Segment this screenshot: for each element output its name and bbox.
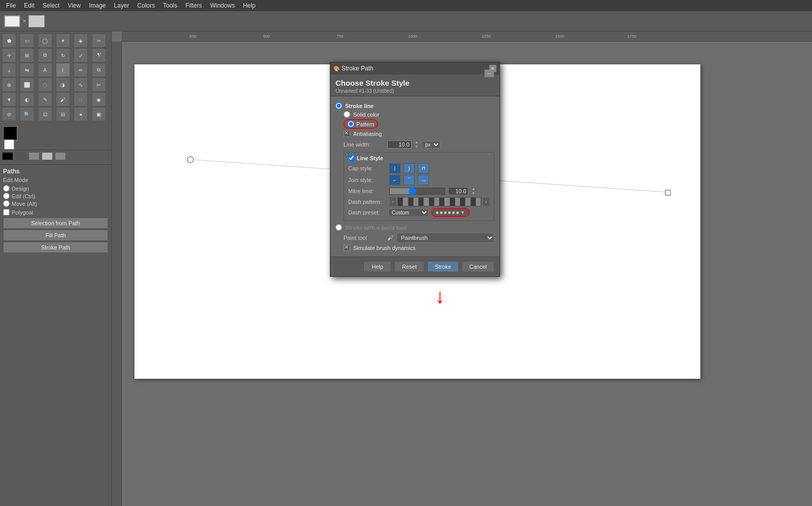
tool-bucket[interactable]: ▼ [2, 92, 16, 106]
line-style-checkbox[interactable] [348, 155, 355, 161]
dialog-titlebar[interactable]: 🎨 Stroke Path ✕ [330, 62, 499, 75]
cap-square-btn[interactable]: ⊓ [418, 163, 429, 173]
tool-path[interactable]: ⌇ [56, 63, 70, 77]
tool-heal[interactable]: ⊕ [2, 78, 16, 92]
mode-swatch-3[interactable] [28, 152, 40, 160]
menu-file[interactable]: File [2, 1, 20, 10]
tool-blur[interactable]: ◌ [38, 78, 52, 92]
tool-move[interactable]: ✛ [2, 48, 16, 62]
tool-free-select[interactable]: ⬟ [2, 33, 16, 48]
tool-fuzzy-select[interactable]: ✦ [56, 33, 70, 48]
toolbar-swatch-gray[interactable] [28, 15, 45, 27]
tool-text[interactable]: A [38, 63, 52, 77]
tool-perspective[interactable]: ⟁ [2, 63, 16, 77]
join-miter-btn[interactable]: ⌐ [389, 175, 400, 185]
menu-edit[interactable]: Edit [20, 1, 39, 10]
menu-view[interactable]: View [63, 1, 85, 10]
help-btn[interactable]: Help [363, 261, 391, 272]
toolbar-swatch-white[interactable] [4, 15, 20, 27]
tool-clone[interactable]: ⧉ [92, 63, 106, 77]
tool-ink[interactable]: ◉ [92, 92, 106, 106]
dash-preset-dots[interactable]: ▼ [431, 208, 470, 217]
dash-cell-12[interactable] [460, 198, 465, 206]
menu-colors[interactable]: Colors [133, 1, 159, 10]
stroke-paint-radio[interactable] [335, 224, 342, 231]
stroke-path-btn[interactable]: Stroke Path [3, 242, 108, 253]
mitre-down-arrow[interactable]: ▼ [471, 191, 476, 196]
dialog-close-btn[interactable]: ✕ [489, 65, 496, 72]
solid-color-radio[interactable] [344, 111, 350, 118]
dash-scroll-left-btn[interactable]: ‹ [389, 197, 396, 206]
tool-pencil[interactable]: ✏ [74, 63, 88, 77]
menu-windows[interactable]: Windows [206, 1, 239, 10]
fill-path-btn[interactable]: Fill Path [3, 230, 108, 241]
cap-butt-btn[interactable]: | [389, 163, 400, 173]
tool-pencil2[interactable]: ✎ [38, 92, 52, 106]
dash-cell-6[interactable] [429, 198, 434, 206]
dash-cell-10[interactable] [450, 198, 455, 206]
paint-tool-select[interactable]: Paintbrush [396, 233, 494, 243]
dash-cell-0[interactable] [398, 198, 403, 206]
mitre-limit-value[interactable] [448, 187, 468, 195]
selection-from-path-btn[interactable]: Selection from Path [3, 218, 108, 229]
tool-ellipse-select[interactable]: ◯ [38, 33, 52, 48]
radio-design[interactable] [3, 185, 10, 192]
dash-cell-15[interactable] [476, 198, 481, 206]
pattern-radio[interactable] [348, 121, 354, 127]
dash-preset-select[interactable]: Custom [388, 208, 429, 217]
line-width-down-arrow[interactable]: ▼ [415, 144, 419, 149]
dash-cell-5[interactable] [424, 198, 429, 206]
tool-crop[interactable]: ⧉ [38, 48, 52, 62]
join-round-btn[interactable]: ⌒ [403, 175, 415, 185]
dash-cell-7[interactable] [434, 198, 439, 206]
tool-rotate[interactable]: ↻ [56, 48, 70, 62]
reset-btn[interactable]: Reset [394, 261, 424, 272]
preset-dropdown-arrow[interactable]: ▼ [460, 210, 465, 215]
simulate-checkbox[interactable] [344, 244, 350, 251]
tool-extra4[interactable]: ▣ [92, 107, 106, 121]
foreground-color[interactable] [3, 126, 17, 140]
tool-rect-select[interactable]: ▭ [20, 33, 34, 48]
tool-color-picker[interactable]: ⊘ [2, 107, 16, 121]
dash-cell-3[interactable] [414, 198, 419, 206]
dash-cell-1[interactable] [403, 198, 408, 206]
tool-extra1[interactable]: ⊡ [38, 107, 52, 121]
line-width-up-arrow[interactable]: ▲ [415, 140, 419, 144]
polygoal-checkbox[interactable] [3, 209, 10, 215]
tool-smudge[interactable]: ∿ [74, 78, 88, 92]
menu-select[interactable]: Select [39, 1, 63, 10]
line-width-input[interactable] [387, 140, 412, 149]
tool-erase[interactable]: ⬜ [20, 78, 34, 92]
join-bevel-btn[interactable]: ⌓ [418, 175, 429, 185]
dash-cell-14[interactable] [471, 198, 476, 206]
tool-zoom[interactable]: 🔍 [20, 107, 34, 121]
tool-dodge[interactable]: ◑ [56, 78, 70, 92]
cap-round-btn[interactable]: ) [403, 163, 415, 173]
mode-swatch-1[interactable] [2, 152, 13, 160]
tool-scale[interactable]: ⤢ [74, 48, 88, 62]
tool-extra3[interactable]: ● [74, 107, 88, 121]
mitre-up-arrow[interactable]: ▲ [471, 187, 476, 191]
stroke-line-radio[interactable] [335, 102, 342, 109]
dash-cell-4[interactable] [419, 198, 424, 206]
radio-edit[interactable] [3, 193, 10, 199]
dash-cell-11[interactable] [455, 198, 460, 206]
cancel-btn[interactable]: Cancel [462, 261, 494, 272]
tool-airbrush[interactable]: ∷ [74, 92, 88, 106]
radio-move[interactable] [3, 200, 10, 207]
tool-iscissors[interactable]: ✂ [92, 33, 106, 48]
menu-layer[interactable]: Layer [110, 1, 133, 10]
dash-cell-9[interactable] [445, 198, 450, 206]
menu-tools[interactable]: Tools [159, 1, 181, 10]
menu-filters[interactable]: Filters [181, 1, 206, 10]
tool-flip[interactable]: ⇆ [20, 63, 34, 77]
menu-help[interactable]: Help [239, 1, 260, 10]
mode-swatch-2[interactable] [15, 152, 26, 160]
pattern-radio-highlight[interactable]: Pattern [344, 119, 378, 129]
mode-swatch-5[interactable] [55, 152, 66, 160]
dash-cell-8[interactable] [439, 198, 445, 206]
tool-select-by-color[interactable]: ◈ [74, 33, 88, 48]
menu-image[interactable]: Image [85, 1, 110, 10]
dash-cell-2[interactable] [409, 198, 414, 206]
dash-scroll-right-btn[interactable]: › [483, 197, 490, 206]
